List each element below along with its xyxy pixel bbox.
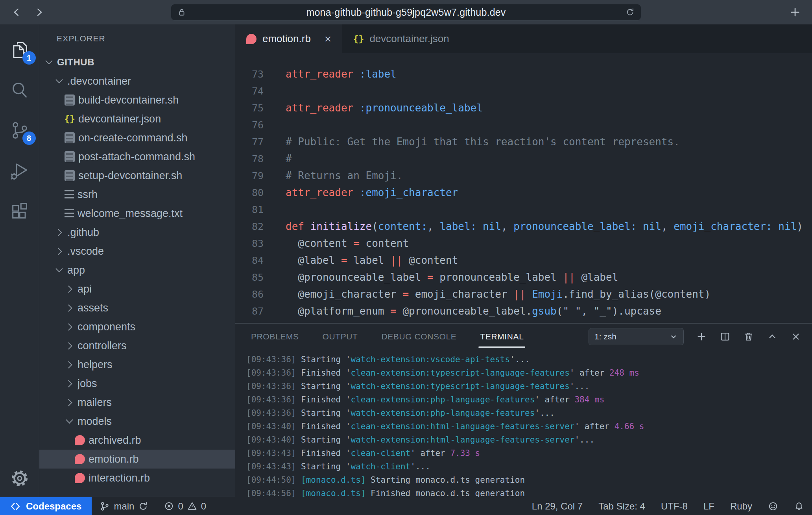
tree-item-assets[interactable]: assets: [39, 298, 235, 317]
tree-item-label: setup-devcontainer.sh: [78, 170, 182, 182]
codespaces-label: Codespaces: [26, 501, 81, 512]
code-line: 77# Public: Get the Emoji that this reac…: [235, 133, 812, 150]
tree-item-.devcontainer[interactable]: .devcontainer: [39, 72, 235, 91]
activitybar-explorer[interactable]: 1: [7, 38, 32, 62]
line-number: 88: [235, 320, 264, 323]
codespaces-status[interactable]: Codespaces: [0, 497, 92, 515]
tab-size-label: Tab Size: 4: [598, 501, 645, 512]
chevron-down-icon: [44, 57, 54, 67]
line-number: 82: [235, 218, 264, 235]
address-bar[interactable]: mona-github-github-g59jpq2w5w7.github.de…: [171, 4, 641, 20]
notifications-status[interactable]: [786, 501, 812, 511]
line-number: 81: [235, 201, 264, 218]
tree-item-interaction.rb[interactable]: interaction.rb: [39, 469, 235, 487]
panel-tab-problems[interactable]: PROBLEMS: [250, 324, 300, 349]
chevron-right-icon: [65, 284, 75, 294]
tab-size-status[interactable]: Tab Size: 4: [591, 501, 653, 512]
line-number: 77: [235, 133, 264, 150]
code-editor[interactable]: 73attr_reader :label7475attr_reader :pro…: [235, 53, 812, 323]
tree-item-setup-devcontainer.sh[interactable]: setup-devcontainer.sh: [39, 166, 235, 185]
back-icon[interactable]: [12, 7, 22, 17]
tree-item-helpers[interactable]: helpers: [39, 355, 235, 374]
panel-tab-debug-console[interactable]: DEBUG CONSOLE: [380, 324, 457, 349]
line-number: 86: [235, 286, 264, 303]
split-terminal-icon[interactable]: [719, 331, 731, 343]
activitybar-run-debug[interactable]: [7, 158, 32, 183]
git-branch-icon: [100, 501, 110, 511]
tree-item-mailers[interactable]: mailers: [39, 393, 235, 412]
chevron-right-icon: [65, 322, 75, 332]
tree-item-api[interactable]: api: [39, 280, 235, 298]
code-text: [264, 117, 286, 133]
tree-item-on-create-command.sh[interactable]: on-create-command.sh: [39, 128, 235, 147]
tree-item-label: controllers: [78, 340, 127, 352]
warning-count: 0: [201, 501, 206, 512]
tree-item-emotion.rb[interactable]: emotion.rb: [39, 450, 235, 469]
code-text: #: [264, 150, 292, 167]
tree-item-label: models: [78, 415, 112, 428]
activitybar-search[interactable]: [7, 78, 32, 102]
tree-item-.github[interactable]: .github: [39, 223, 235, 242]
tree-item-components[interactable]: components: [39, 317, 235, 336]
forward-icon[interactable]: [34, 7, 44, 17]
language-status[interactable]: Ruby: [722, 501, 760, 512]
problems-status[interactable]: 0 0: [156, 497, 214, 515]
tab-label: devcontainer.json: [369, 33, 449, 45]
ruby-file-icon: [75, 473, 85, 483]
eol-status[interactable]: LF: [696, 501, 722, 512]
cursor-position[interactable]: Ln 29, Col 7: [524, 501, 591, 512]
code-text: @label = label || @content: [264, 252, 458, 269]
tree-item-welcome_message.txt[interactable]: welcome_message.txt: [39, 204, 235, 223]
encoding-status[interactable]: UTF-8: [653, 501, 696, 512]
activitybar-extensions[interactable]: [7, 198, 32, 223]
line-number: 80: [235, 184, 264, 201]
new-terminal-icon[interactable]: [696, 331, 707, 343]
activitybar-settings[interactable]: [7, 466, 32, 491]
run-debug-icon: [9, 160, 30, 181]
tree-item-label: interaction.rb: [89, 472, 150, 484]
code-text: attr_reader :pronounceable_label: [264, 100, 483, 117]
tree-item-jobs[interactable]: jobs: [39, 374, 235, 393]
panel-tab-terminal[interactable]: TERMINAL: [479, 324, 524, 349]
terminal-output[interactable]: [09:43:36] Starting 'watch-extension:vsc…: [235, 350, 812, 497]
warning-icon: [187, 501, 197, 511]
terminal-shell-select[interactable]: 1: zsh: [589, 328, 684, 345]
tree-item-build-devcontainer.sh[interactable]: build-devcontainer.sh: [39, 91, 235, 109]
tree-item-label: archived.rb: [89, 434, 141, 446]
tree-item-app[interactable]: app: [39, 261, 235, 280]
tree-item-.vscode[interactable]: .vscode: [39, 242, 235, 261]
line-number: 75: [235, 100, 264, 117]
eol-label: LF: [703, 501, 714, 512]
cursor-position-label: Ln 29, Col 7: [532, 501, 583, 512]
feedback-status[interactable]: [760, 501, 786, 511]
chevron-down-icon: [669, 332, 678, 341]
branch-status[interactable]: main: [92, 497, 156, 515]
close-panel-icon[interactable]: [790, 331, 802, 343]
maximize-panel-icon[interactable]: [766, 331, 778, 343]
tab-devcontainer.json[interactable]: {}devcontainer.json: [342, 24, 460, 53]
tree-item-post-attach-command.sh[interactable]: post-attach-command.sh: [39, 147, 235, 166]
encoding-label: UTF-8: [661, 501, 688, 512]
kill-terminal-trash-icon[interactable]: [743, 331, 755, 343]
shell-file-icon: [65, 151, 75, 162]
tree-item-label: welcome_message.txt: [78, 207, 183, 220]
activitybar-source-control[interactable]: 8: [7, 118, 32, 143]
tab-emotion.rb[interactable]: emotion.rb×: [235, 24, 342, 53]
panel-header: PROBLEMSOUTPUTDEBUG CONSOLETERMINAL 1: z…: [235, 324, 812, 350]
workbench: 1 8: [0, 24, 812, 497]
tree-item-label: components: [78, 321, 135, 333]
tree-item-devcontainer.json[interactable]: {}devcontainer.json: [39, 109, 235, 128]
code-text: @pronounceable_label = pronounceable_lab…: [264, 269, 618, 286]
refresh-icon[interactable]: [625, 7, 635, 17]
tree-item-controllers[interactable]: controllers: [39, 336, 235, 355]
panel-tab-output[interactable]: OUTPUT: [322, 324, 359, 349]
tree-item-archived.rb[interactable]: archived.rb: [39, 431, 235, 450]
close-tab-icon[interactable]: ×: [325, 33, 332, 45]
url-text: mona-github-github-g59jpq2w5w7.github.de…: [187, 7, 625, 18]
tree-item-models[interactable]: models: [39, 412, 235, 431]
tree-item-github[interactable]: GITHUB: [39, 53, 235, 72]
shell-file-icon: [65, 132, 75, 143]
search-icon: [9, 80, 30, 100]
new-tab-icon[interactable]: [789, 6, 801, 18]
tree-item-ssrh[interactable]: ssrh: [39, 185, 235, 204]
